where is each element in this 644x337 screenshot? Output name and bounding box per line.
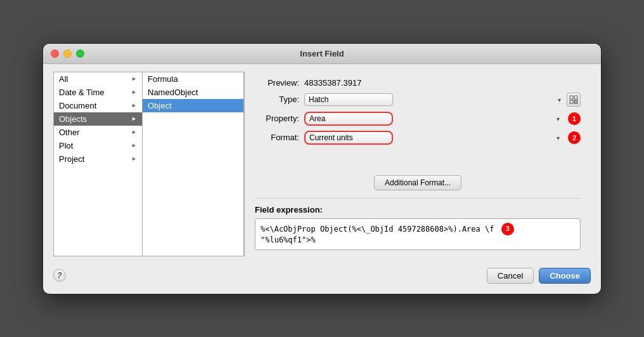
preview-value: 48335387.3917 <box>304 78 361 88</box>
preview-label: Preview: <box>255 78 299 88</box>
field-expression-section: Field expression: %<\AcObjProp Object(%<… <box>255 198 581 250</box>
item-label: Document <box>59 101 96 110</box>
list-item-formula[interactable]: Formula <box>143 72 243 86</box>
window-title: Insert Field <box>300 49 344 58</box>
type-select[interactable]: Hatch Block Reference Line <box>304 93 393 106</box>
bottom-buttons: Cancel Choose <box>487 268 591 284</box>
item-label: Formula <box>148 74 178 84</box>
chevron-icon: ► <box>131 76 137 82</box>
item-label: NamedObject <box>148 88 198 97</box>
item-label: Objects <box>59 114 87 124</box>
field-expression-box: %<\AcObjProp Object(%<\_ObjId 4597288608… <box>255 218 581 250</box>
type-select-wrapper: Hatch Block Reference Line <box>304 93 564 106</box>
cancel-button[interactable]: Cancel <box>487 268 534 284</box>
format-select-container: Current units Decimal Architectural 2 <box>304 131 581 145</box>
type-list: Formula NamedObject Object <box>143 72 244 256</box>
list-item-project[interactable]: Project ► <box>54 152 142 166</box>
list-item-datetime[interactable]: Date & Time ► <box>54 86 142 99</box>
type-icon-button[interactable] <box>567 93 581 107</box>
svg-rect-3 <box>574 100 577 103</box>
list-item-document[interactable]: Document ► <box>54 99 142 112</box>
item-label: All <box>59 74 68 84</box>
type-row: Type: Hatch Block Reference Line <box>255 93 581 107</box>
choose-button[interactable]: Choose <box>539 268 591 284</box>
titlebar: Insert Field <box>43 44 601 64</box>
format-row: Format: Current units Decimal Architectu… <box>255 131 581 145</box>
preview-row: Preview: 48335387.3917 <box>255 78 581 88</box>
chevron-icon: ► <box>131 102 137 109</box>
svg-rect-0 <box>570 96 573 99</box>
field-expression-label: Field expression: <box>255 205 581 215</box>
chevron-icon: ► <box>131 89 137 95</box>
additional-format-button[interactable]: Additional Format... <box>374 175 461 190</box>
annotation-3: 3 <box>501 223 514 235</box>
select-icon <box>569 95 578 104</box>
list-item-all[interactable]: All ► <box>54 72 142 86</box>
chevron-icon: ► <box>131 155 137 162</box>
list-item-objects[interactable]: Objects ► <box>54 112 142 126</box>
svg-rect-1 <box>574 96 577 99</box>
annotation-1: 1 <box>568 112 581 125</box>
item-label: Plot <box>59 141 73 150</box>
field-expression-text-2: "%lu6%qf1">% <box>261 235 316 244</box>
list-item-other[interactable]: Other ► <box>54 126 142 139</box>
type-label: Type: <box>255 95 299 104</box>
field-expression-text: %<\AcObjProp Object(%<\_ObjId 4597288608… <box>261 224 494 233</box>
property-select-wrapper: Area Perimeter Layer <box>304 112 563 126</box>
item-label: Project <box>59 154 84 164</box>
dialog-content: All ► Date & Time ► Document ► Objects ► <box>43 64 601 294</box>
window-controls <box>51 50 84 58</box>
property-select[interactable]: Area Perimeter Layer <box>304 112 393 126</box>
format-label: Format: <box>255 133 299 142</box>
list-item-object[interactable]: Object <box>143 99 243 112</box>
left-panels: All ► Date & Time ► Document ► Objects ► <box>53 72 245 256</box>
help-button[interactable]: ? <box>53 269 66 282</box>
chevron-icon: ► <box>131 129 137 135</box>
chevron-icon: ► <box>131 116 137 122</box>
list-item-plot[interactable]: Plot ► <box>54 139 142 152</box>
format-select-wrapper: Current units Decimal Architectural <box>304 131 563 145</box>
bottom-bar: ? Cancel Choose <box>53 263 591 284</box>
property-row: Property: Area Perimeter Layer 1 <box>255 112 581 126</box>
item-label: Object <box>148 101 172 110</box>
minimize-button[interactable] <box>63 50 72 58</box>
svg-rect-2 <box>570 100 573 103</box>
property-select-container: Area Perimeter Layer 1 <box>304 112 581 126</box>
item-label: Date & Time <box>59 88 105 97</box>
close-button[interactable] <box>51 50 59 58</box>
chevron-icon: ► <box>131 142 137 149</box>
format-select[interactable]: Current units Decimal Architectural <box>304 131 393 145</box>
property-label: Property: <box>255 114 299 123</box>
maximize-button[interactable] <box>76 50 84 58</box>
item-label: Other <box>59 128 80 137</box>
right-panel: Preview: 48335387.3917 Type: Hatch Block… <box>245 72 591 256</box>
list-item-namedobject[interactable]: NamedObject <box>143 86 243 99</box>
category-list: All ► Date & Time ► Document ► Objects ► <box>54 72 143 256</box>
type-select-container: Hatch Block Reference Line <box>304 93 581 107</box>
annotation-2: 2 <box>568 131 581 144</box>
insert-field-dialog: Insert Field All ► Date & Time ► Documen… <box>43 44 601 294</box>
main-area: All ► Date & Time ► Document ► Objects ► <box>53 72 591 256</box>
additional-format-container: Additional Format... <box>255 162 581 190</box>
